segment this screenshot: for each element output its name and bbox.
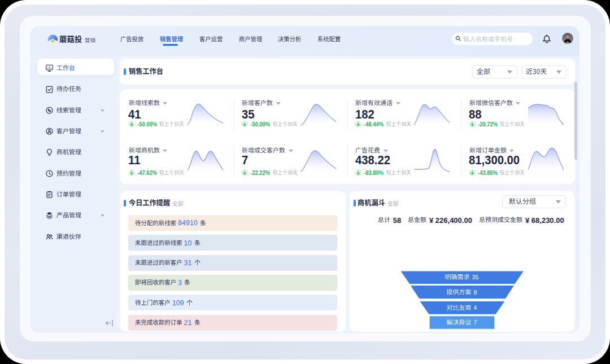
svg-text:4: 4 bbox=[474, 304, 477, 311]
svg-text:7: 7 bbox=[474, 319, 477, 326]
svg-text:35: 35 bbox=[472, 274, 479, 280]
svg-text:8: 8 bbox=[474, 289, 477, 296]
